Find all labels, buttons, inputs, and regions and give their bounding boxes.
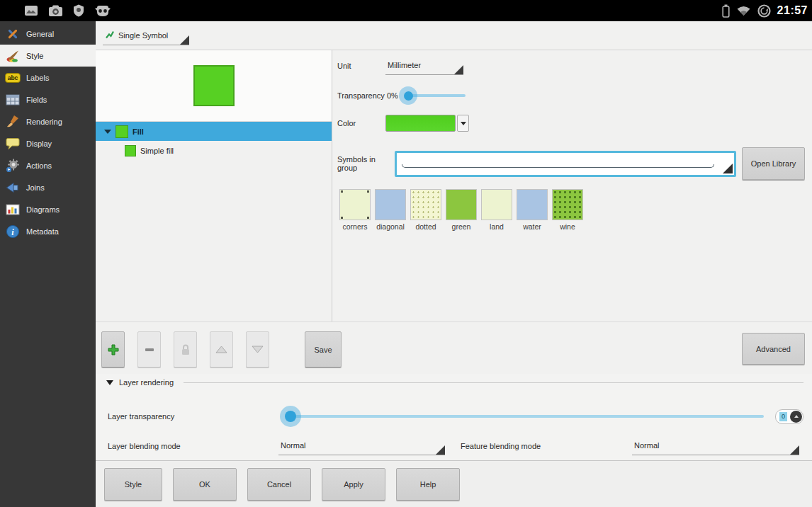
sidebar-item-general[interactable]: General <box>0 23 96 45</box>
sidebar-item-joins[interactable]: Joins <box>0 176 96 198</box>
open-library-button[interactable]: Open Library <box>742 147 805 180</box>
camera-icon <box>48 5 63 17</box>
sidebar-item-style[interactable]: Style <box>0 45 96 67</box>
symbol-presets-list: corners diagonal dotted green <box>337 189 805 231</box>
sidebar-item-actions[interactable]: Actions <box>0 154 96 176</box>
joins-icon <box>5 181 21 195</box>
transparency-row: Transparency 0% <box>337 85 805 106</box>
renderer-type-value: Single Symbol <box>118 31 168 40</box>
properties-sidebar: General Style abc Labels Fields <box>0 21 96 507</box>
apply-button[interactable]: Apply <box>322 468 385 501</box>
layer-rendering-header[interactable]: Layer rendering <box>104 378 803 387</box>
save-symbol-button[interactable]: Save <box>305 331 342 368</box>
symbol-editor: Fill Simple fill Unit Millimeter <box>96 50 812 322</box>
transparency-slider[interactable] <box>398 85 466 106</box>
color-swatch-button[interactable] <box>385 115 456 132</box>
dialog-footer: Style OK Cancel Apply Help <box>96 460 812 507</box>
sidebar-item-metadata[interactable]: i Metadata <box>0 220 96 242</box>
ok-button[interactable]: OK <box>173 468 237 501</box>
symbol-options-panel: Unit Millimeter Transparency 0% <box>332 50 812 321</box>
cancel-label: Cancel <box>267 480 291 489</box>
preset-name: green <box>452 222 471 231</box>
preset-swatch <box>481 189 512 220</box>
feature-blending-label: Feature blending mode <box>461 442 632 450</box>
fields-icon <box>5 93 21 107</box>
symbols-group-row: Symbols in group Open Library <box>337 147 805 180</box>
preset-corners[interactable]: corners <box>339 189 371 231</box>
spinbox-value: 0 <box>779 412 787 421</box>
preset-dotted[interactable]: dotted <box>410 189 442 231</box>
expander-icon[interactable] <box>104 130 111 134</box>
preset-wine[interactable]: wine <box>551 189 584 231</box>
layer-transparency-slider[interactable] <box>280 405 764 428</box>
preset-diagonal[interactable]: diagonal <box>374 189 407 231</box>
layer-transparency-spinbox[interactable]: 0 <box>775 409 803 424</box>
symbol-layer-tree: Fill Simple fill <box>96 122 332 321</box>
move-down-icon <box>252 346 264 353</box>
slider-thumb[interactable] <box>404 91 413 101</box>
style-panel: Single Symbol Fill <box>96 21 812 507</box>
lock-layer-button[interactable] <box>174 331 197 368</box>
sidebar-item-display[interactable]: Display <box>0 132 96 154</box>
unit-row: Unit Millimeter <box>337 56 805 75</box>
qgis-layer-properties-screen: 21:57 General Style abc Labels <box>0 0 812 507</box>
sidebar-item-label: Display <box>26 139 52 148</box>
sidebar-item-label: Metadata <box>26 227 59 236</box>
slider-thumb[interactable] <box>285 411 296 422</box>
advanced-button[interactable]: Advanced <box>742 333 805 365</box>
tree-row-label: Fill <box>132 127 144 136</box>
symbol-tree-panel: Fill Simple fill <box>96 50 332 321</box>
preset-swatch <box>552 189 583 220</box>
symbol-toolbar: Save Advanced <box>96 322 812 374</box>
sidebar-item-labels[interactable]: abc Labels <box>0 67 96 89</box>
shield-icon <box>73 4 84 17</box>
preset-swatch <box>339 189 371 220</box>
sidebar-item-label: Diagrams <box>26 205 60 214</box>
spinbox-stepper-icon[interactable] <box>790 411 802 423</box>
screenshot-icon <box>24 5 38 16</box>
renderer-type-spinner[interactable]: Single Symbol <box>103 26 189 45</box>
sidebar-item-label: Joins <box>26 183 45 192</box>
feature-blending-spinner[interactable]: Normal <box>632 436 799 455</box>
layer-blending-spinner[interactable]: Normal <box>278 436 445 455</box>
color-label: Color <box>337 119 385 127</box>
color-row: Color <box>337 115 805 132</box>
cyanogenmod-icon <box>94 5 111 17</box>
unit-spinner[interactable]: Millimeter <box>385 56 463 75</box>
status-bar: 21:57 <box>0 0 812 21</box>
layer-transparency-row: Layer transparency 0 <box>104 405 803 428</box>
slider-track[interactable] <box>291 415 764 418</box>
move-up-button[interactable] <box>210 331 233 368</box>
cancel-button[interactable]: Cancel <box>247 468 311 501</box>
header-rule <box>184 382 803 383</box>
clock: 21:57 <box>777 4 808 17</box>
preset-water[interactable]: water <box>516 189 548 231</box>
symbols-group-combobox[interactable] <box>395 151 736 177</box>
tree-row-fill[interactable]: Fill <box>96 122 332 141</box>
layer-transparency-label: Layer transparency <box>104 412 280 421</box>
preset-name: wine <box>560 222 575 231</box>
tools-icon <box>5 27 21 41</box>
help-button[interactable]: Help <box>396 468 460 501</box>
combo-underline <box>402 164 714 168</box>
preset-green[interactable]: green <box>445 189 478 231</box>
sidebar-item-rendering[interactable]: Rendering <box>0 110 96 132</box>
diagrams-icon <box>5 203 21 217</box>
preset-swatch <box>375 189 406 220</box>
preset-swatch <box>446 189 477 220</box>
preset-land[interactable]: land <box>480 189 513 231</box>
actions-icon <box>5 159 21 173</box>
remove-symbol-layer-button[interactable] <box>137 331 161 368</box>
color-dropdown-button[interactable] <box>457 115 469 132</box>
add-symbol-layer-button[interactable] <box>101 331 125 368</box>
sidebar-item-fields[interactable]: Fields <box>0 89 96 110</box>
style-menu-button[interactable]: Style <box>104 468 162 501</box>
layer-rendering-title: Layer rendering <box>119 378 174 387</box>
preset-name: water <box>523 222 541 231</box>
symbol-preview <box>96 50 332 122</box>
sync-icon <box>757 4 771 18</box>
sidebar-item-diagrams[interactable]: Diagrams <box>0 198 96 220</box>
layer-rendering-section: Layer rendering Layer transparency 0 <box>96 374 812 460</box>
move-down-button[interactable] <box>246 331 269 368</box>
tree-row-simple-fill[interactable]: Simple fill <box>96 141 332 160</box>
